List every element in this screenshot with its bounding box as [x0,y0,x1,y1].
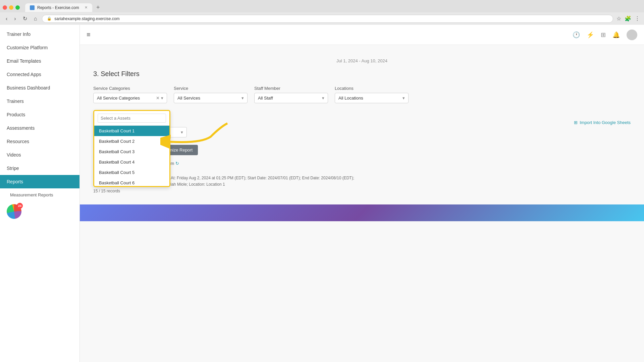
sidebar-item-connected-apps[interactable]: Connected Apps [0,68,79,81]
clock-icon[interactable]: 🕐 [573,31,580,39]
sidebar-item-resources[interactable]: Resources [0,135,79,148]
assets-filter-group: Assets Basketball Court 1 Basketball [93,110,106,115]
menu-icon[interactable]: ⋮ [635,15,640,22]
import-row: ⊞ Import Into Google Sheets [574,120,631,125]
tab-title: Reports - Exercise.com [37,5,79,10]
assets-dropdown[interactable]: Basketball Court 1 Basketball Court 2 Ba… [93,110,170,187]
lightning-icon[interactable]: ⚡ [587,31,594,39]
report-info: Last Generated Report's Filters: Refresh… [93,175,631,194]
sidebar-label-resources: Resources [7,139,29,144]
assets-search-container [94,111,169,126]
sidebar-item-email-templates[interactable]: Email Templates [0,54,79,68]
sidebar-label-business-dashboard: Business Dashboard [7,85,50,90]
report-info-line1: Last Generated Report's Filters: Refresh… [93,175,631,181]
page-content: Jul 1, 2024 - Aug 10, 2024 3. Select Fil… [80,45,644,204]
sidebar: Trainer Info Customize Platform Email Te… [0,25,80,362]
bookmark-icon[interactable]: ☆ [616,15,621,22]
locations-label: Locations [335,86,409,91]
grid-icon[interactable]: ⊞ [601,31,606,39]
main-content: ≡ 🕐 ⚡ ⊞ 🔔 Jul 1, 2024 - Aug 10, 2024 3. … [80,25,644,362]
sidebar-item-customize-platform[interactable]: Customize Platform [0,41,79,54]
sidebar-item-measurement-reports[interactable]: Measurement Reports [0,188,79,201]
locations-arrow-icon: ▾ [402,96,405,101]
assets-item-bc6[interactable]: Basketball Court 6 [94,178,169,186]
staff-member-arrow-icon: ▾ [322,96,324,101]
forward-button[interactable]: › [12,15,17,23]
sidebar-item-reports[interactable]: Reports [0,175,79,188]
sidebar-item-videos[interactable]: Videos [0,148,79,162]
activity-badge[interactable]: 24 [7,204,21,219]
user-avatar[interactable] [627,29,637,40]
badge-count: 24 [17,203,23,209]
sidebar-item-trainers[interactable]: Trainers [0,95,79,108]
import-google-sheets-button[interactable]: ⊞ Import Into Google Sheets [574,120,631,125]
refresh-icon[interactable]: ↻ [175,161,179,166]
bell-icon[interactable]: 🔔 [612,31,620,39]
service-categories-group: Service Categories All Service Categorie… [93,86,167,103]
lock-icon: 🔒 [47,16,52,21]
assets-item-bc2[interactable]: Basketball Court 2 [94,136,169,146]
sidebar-label-customize-platform: Customize Platform [7,45,48,50]
service-categories-label: Service Categories [93,86,167,91]
tab-close-icon[interactable]: ✕ [85,5,88,10]
sidebar-label-trainers: Trainers [7,99,24,104]
extensions-icon[interactable]: 🧩 [625,15,631,22]
assets-list: Basketball Court 1 Basketball Court 2 Ba… [94,126,169,186]
sidebar-item-products[interactable]: Products [0,108,79,121]
app-container: Trainer Info Customize Platform Email Te… [0,25,644,362]
client-arrow-icon: ▾ [181,130,183,135]
close-light[interactable] [3,5,7,10]
assets-item-bc3[interactable]: Basketball Court 3 [94,146,169,157]
sidebar-label-connected-apps: Connected Apps [7,72,41,77]
active-tab[interactable]: Reports - Exercise.com ✕ [25,3,92,12]
table-icon: ⊞ [574,120,578,125]
date-range-bar: Jul 1, 2024 - Aug 10, 2024 [93,55,631,70]
report-actions-row: reserved from sessions. ⚙ Customize Repo… [93,144,631,156]
service-select[interactable]: All Services ▾ [174,93,248,103]
service-categories-arrow-icon: ▾ [161,96,163,101]
assets-row: Assets Basketball Court 1 Basketball [93,110,631,137]
service-value: All Services [177,96,200,101]
sidebar-label-measurement-reports: Measurement Reports [10,192,53,197]
filters-row: Service Categories All Service Categorie… [93,86,631,103]
address-bar[interactable]: 🔒 sariahexample.staging.exercise.com [42,15,613,23]
staff-member-select[interactable]: All Staff ▾ [254,93,328,103]
scroll-hint: scroll right to view other columns [93,169,631,175]
sidebar-label-trainer-info: Trainer Info [7,32,31,37]
fullscreen-light[interactable] [15,5,20,10]
tab-bar: Reports - Exercise.com ✕ + [0,0,644,12]
service-categories-select[interactable]: All Service Categories ✕▾ [93,93,167,103]
reload-button[interactable]: ↻ [21,14,29,23]
locations-select[interactable]: All Locations ▾ [335,93,409,103]
staff-member-group: Staff Member All Staff ▾ [254,86,328,103]
import-label: Import Into Google Sheets [580,120,631,125]
minimize-light[interactable] [9,5,13,10]
locations-group: Locations All Locations ▾ [335,86,409,103]
sidebar-item-stripe[interactable]: Stripe [0,162,79,175]
browser-toolbar: ‹ › ↻ ⌂ 🔒 sariahexample.staging.exercise… [0,12,644,25]
service-categories-clear-icon[interactable]: ✕ [156,96,160,101]
new-tab-button[interactable]: + [94,3,103,12]
home-button[interactable]: ⌂ [32,15,39,23]
toolbar-right: ☆ 🧩 ⋮ [616,15,640,22]
top-nav: ≡ 🕐 ⚡ ⊞ 🔔 [80,25,644,45]
back-button[interactable]: ‹ [4,15,9,23]
traffic-lights [3,5,20,10]
report-info-line2: Service: SM Training v1; Staff Member: S… [93,181,631,188]
staff-member-label: Staff Member [254,86,328,91]
assets-search-input[interactable] [98,114,166,123]
sidebar-label-videos: Videos [7,152,21,158]
service-label: Service [174,86,248,91]
assets-item-bc1[interactable]: Basketball Court 1 [94,126,169,136]
assets-item-bc4[interactable]: Basketball Court 4 [94,157,169,167]
sidebar-item-trainer-info[interactable]: Trainer Info [0,27,79,41]
hamburger-icon[interactable]: ≡ [87,31,91,39]
locations-value: All Locations [338,96,363,101]
sidebar-label-products: Products [7,112,25,117]
sidebar-item-business-dashboard[interactable]: Business Dashboard [0,81,79,95]
assets-item-bc5[interactable]: Basketball Court 5 [94,167,169,178]
date-range-text: Jul 1, 2024 - Aug 10, 2024 [336,58,387,63]
badge-item: 24 [0,201,79,222]
sidebar-item-assessments[interactable]: Assessments [0,121,79,135]
report-info-line3: 15 / 15 records [93,188,631,194]
